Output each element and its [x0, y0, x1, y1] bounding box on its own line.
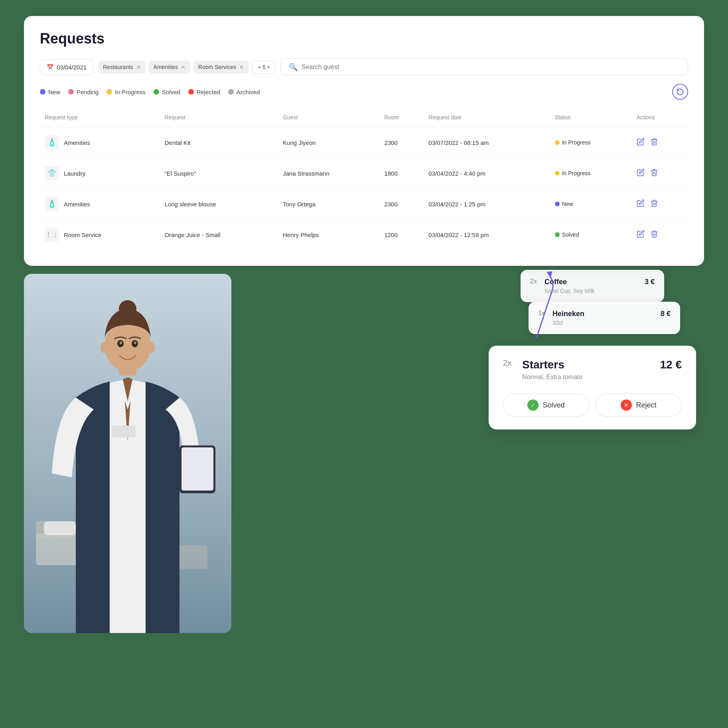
cell-actions-1 — [632, 158, 688, 189]
calendar-icon: 📅 — [47, 64, 53, 70]
new-dot — [40, 89, 45, 95]
filter-tag-amenities[interactable]: Amenities ✕ — [149, 61, 190, 73]
cell-type-3: 🍽️ Room Service — [40, 220, 160, 250]
search-input[interactable] — [302, 63, 680, 71]
remove-amenities-icon[interactable]: ✕ — [181, 64, 185, 70]
cell-guest-1: Jana Strassmann — [278, 158, 379, 189]
cell-actions-2 — [632, 189, 688, 220]
reject-button[interactable]: ✕ Reject — [596, 394, 682, 417]
cell-guest-2: Tony Ortega — [278, 189, 379, 220]
worker-background — [24, 274, 231, 633]
cell-status-3: Solved — [550, 220, 632, 250]
remove-room-services-icon[interactable]: ✕ — [239, 64, 244, 70]
status-in-progress-label: In Progress — [115, 89, 146, 95]
status-filter-in-progress[interactable]: In Progress — [107, 89, 146, 95]
status-filter-solved[interactable]: Solved — [154, 89, 180, 95]
more-count-label: + 6 — [258, 64, 266, 70]
type-icon-2: 🧴 — [45, 197, 59, 211]
edit-button-3[interactable] — [637, 230, 645, 240]
refresh-button[interactable] — [672, 84, 688, 100]
filter-tag-restaurants-label: Restaurants — [103, 64, 133, 70]
status-label-3: Solved — [562, 231, 579, 238]
table-row: 🍽️ Room Service Orange Juice - Small Hen… — [40, 220, 688, 250]
cell-status-2: New — [550, 189, 632, 220]
starters-price: 12 € — [660, 358, 682, 371]
status-label-2: New — [562, 201, 573, 207]
status-rejected-label: Rejected — [197, 89, 220, 95]
svg-point-13 — [147, 342, 155, 353]
cell-type-1: 👕 Laundry — [40, 158, 160, 189]
in-progress-dot — [107, 89, 112, 95]
status-filter-new[interactable]: New — [40, 89, 60, 95]
cell-actions-0 — [632, 127, 688, 158]
cell-room-1: 1800 — [379, 158, 424, 189]
rejected-dot — [188, 89, 194, 95]
col-room: Room — [379, 111, 424, 127]
worker-photo — [24, 274, 231, 633]
type-label-3: Room Service — [64, 231, 101, 238]
arrow-svg — [513, 266, 560, 346]
cell-status-1: In Progress — [550, 158, 632, 189]
delete-button-1[interactable] — [650, 168, 658, 178]
solved-label: Solved — [543, 401, 564, 410]
search-icon: 🔍 — [289, 63, 298, 71]
heineken-price: 8 € — [661, 310, 671, 318]
status-label-1: In Progress — [562, 170, 591, 176]
remove-restaurants-icon[interactable]: ✕ — [136, 64, 141, 70]
filter-tag-amenities-label: Amenities — [154, 64, 178, 70]
svg-rect-10 — [182, 447, 213, 491]
heineken-name: Heineken — [552, 310, 656, 318]
col-request: Request — [160, 111, 278, 127]
svg-rect-11 — [112, 425, 136, 437]
edit-button-2[interactable] — [637, 199, 645, 209]
table-row: 🧴 Amenities Long sleeve blouse Tony Orte… — [40, 189, 688, 220]
col-request-date: Request date — [424, 111, 550, 127]
cell-room-3: 1200 — [379, 220, 424, 250]
solved-icon: ✓ — [527, 400, 539, 411]
delete-button-2[interactable] — [650, 199, 658, 209]
type-label-1: Laundry — [64, 170, 85, 177]
cell-status-0: In Progress — [550, 127, 632, 158]
reject-label: Reject — [636, 401, 656, 410]
delete-button-3[interactable] — [650, 230, 658, 240]
more-filters-button[interactable]: + 6 ▾ — [252, 60, 276, 74]
arrow-container — [513, 266, 560, 347]
cell-date-3: 03/04/2022 - 12:59 pm — [424, 220, 550, 250]
edit-button-1[interactable] — [637, 168, 645, 178]
requests-table: Request type Request Guest Room Request … — [40, 111, 688, 250]
delete-button-0[interactable] — [650, 138, 658, 148]
filter-tag-room-services-label: Room Services — [198, 64, 236, 70]
type-icon-0: 🧴 — [45, 135, 59, 150]
solved-dot — [154, 89, 159, 95]
svg-point-16 — [120, 342, 122, 344]
status-bar: New Pending In Progress Solved Rejected … — [40, 84, 688, 100]
order-card-main: 2x Starters Normal, Extra tomato 12 € ✓ … — [489, 346, 696, 429]
cell-request-3: Orange Juice - Small — [160, 220, 278, 250]
date-filter[interactable]: 📅 03/04/2021 — [40, 59, 93, 75]
svg-marker-18 — [546, 271, 552, 278]
col-status: Status — [550, 111, 632, 127]
cell-actions-3 — [632, 220, 688, 250]
status-filter-pending[interactable]: Pending — [68, 89, 99, 95]
status-pending-label: Pending — [77, 89, 99, 95]
pending-dot — [68, 89, 74, 95]
cell-type-2: 🧴 Amenities — [40, 189, 160, 220]
cell-guest-3: Henry Phelps — [278, 220, 379, 250]
status-solved-label: Solved — [162, 89, 180, 95]
solved-button[interactable]: ✓ Solved — [503, 394, 589, 417]
status-dot-3 — [555, 232, 560, 237]
status-archived-label: Archived — [237, 89, 260, 95]
filter-tag-room-services[interactable]: Room Services ✕ — [193, 61, 249, 73]
filter-tag-restaurants[interactable]: Restaurants ✕ — [98, 61, 145, 73]
filter-bar: 📅 03/04/2021 Restaurants ✕ Amenities ✕ R… — [40, 58, 688, 76]
status-filter-archived[interactable]: Archived — [228, 89, 260, 95]
starters-name: Starters — [522, 358, 655, 371]
chevron-down-icon: ▾ — [267, 64, 270, 70]
type-label-2: Amenities — [64, 201, 90, 208]
search-box[interactable]: 🔍 — [280, 58, 688, 76]
cell-room-2: 2300 — [379, 189, 424, 220]
cell-type-0: 🧴 Amenities — [40, 127, 160, 158]
edit-button-0[interactable] — [637, 138, 645, 148]
status-filter-rejected[interactable]: Rejected — [188, 89, 220, 95]
cell-date-0: 03/07/2022 - 08:15 am — [424, 127, 550, 158]
